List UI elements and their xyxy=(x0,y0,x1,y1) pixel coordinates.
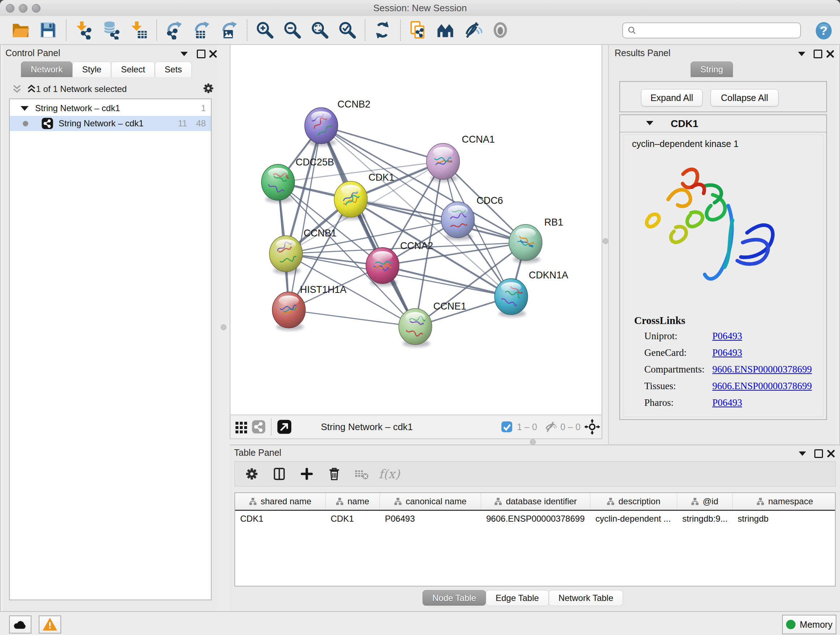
expand-all-button[interactable]: Expand All xyxy=(641,89,703,106)
hidden-elements-button[interactable] xyxy=(545,415,557,439)
tab-network[interactable]: Network xyxy=(21,62,73,77)
network-selection-status: 1 of 1 Network selected xyxy=(4,84,159,94)
network-edge[interactable] xyxy=(321,126,443,162)
crosslink-link[interactable]: 9606.ENSP00000378699 xyxy=(712,380,812,392)
warnings-button[interactable] xyxy=(39,616,61,633)
grid-view-button[interactable] xyxy=(235,415,248,439)
table-panel-close-button[interactable] xyxy=(826,448,836,459)
help-button[interactable]: ? xyxy=(815,22,833,40)
import-table-button[interactable] xyxy=(127,19,150,41)
table-cell[interactable]: cyclin-dependent ... xyxy=(591,511,677,527)
tab-edge-table[interactable]: Edge Table xyxy=(486,590,549,606)
network-node-CCNB1[interactable]: CCNB1 xyxy=(270,228,337,274)
add-column-button[interactable] xyxy=(296,464,317,483)
control-panel-close-button[interactable] xyxy=(208,49,218,59)
close-window-button[interactable] xyxy=(6,4,14,13)
memory-button[interactable]: Memory xyxy=(782,615,836,634)
left-splitter-handle[interactable] xyxy=(221,325,226,330)
collapse-all-button[interactable]: Collapse All xyxy=(711,89,778,106)
export-table-button[interactable] xyxy=(190,19,213,41)
import-network-button[interactable] xyxy=(73,19,95,41)
results-panel-menu-button[interactable] xyxy=(796,49,807,59)
tab-node-table[interactable]: Node Table xyxy=(423,590,486,606)
network-node-CCNE1[interactable]: CCNE1 xyxy=(399,301,466,347)
minimize-window-button[interactable] xyxy=(19,4,27,13)
network-node-CCNB2[interactable]: CCNB2 xyxy=(305,99,370,146)
network-row-selected[interactable]: String Network – cdk1 11 48 xyxy=(10,116,211,131)
table-cell[interactable]: 9606.ENSP00000378699 xyxy=(481,511,591,527)
zoom-in-button[interactable] xyxy=(253,19,276,41)
table-panel-menu-button[interactable] xyxy=(797,448,808,459)
column-header-database-identifier[interactable]: database identifier xyxy=(481,493,591,510)
import-database-button[interactable] xyxy=(100,19,122,41)
hide-graphics-details-button[interactable] xyxy=(462,19,484,41)
tab-style[interactable]: Style xyxy=(73,62,111,77)
tab-select[interactable]: Select xyxy=(111,62,155,77)
column-header-shared-name[interactable]: shared name xyxy=(235,493,325,510)
crosslink-link[interactable]: P06493 xyxy=(712,347,742,358)
table-cell[interactable]: P06493 xyxy=(380,511,481,527)
horizontal-splitter-handle[interactable] xyxy=(530,439,536,445)
crosslink-link[interactable]: P06493 xyxy=(712,397,742,409)
table-options-gear-button[interactable] xyxy=(241,464,262,483)
zoom-fit-button[interactable] xyxy=(308,19,331,41)
save-button[interactable] xyxy=(37,19,59,41)
network-view-mode-button[interactable] xyxy=(251,415,266,439)
show-graphics-details-button[interactable] xyxy=(489,19,512,41)
cloud-status-button[interactable] xyxy=(9,616,32,633)
table-cell[interactable]: CDK1 xyxy=(325,511,380,527)
tab-sets[interactable]: Sets xyxy=(155,62,192,77)
control-panel-menu-button[interactable] xyxy=(179,49,189,59)
network-node-HIST1H1A[interactable]: HIST1H1A xyxy=(272,284,347,331)
network-edge[interactable] xyxy=(382,266,511,297)
right-splitter-handle[interactable] xyxy=(603,238,608,244)
control-panel: Control Panel Network Style Select Sets … xyxy=(4,45,217,611)
table-cell[interactable]: CDK1 xyxy=(235,511,325,527)
save-icon xyxy=(39,21,57,40)
apply-layout-button[interactable] xyxy=(371,19,393,41)
network-options-gear-button[interactable] xyxy=(202,82,215,95)
column-header-namespace[interactable]: namespace xyxy=(733,493,836,510)
crosslink-link[interactable]: 9606.ENSP00000378699 xyxy=(712,364,812,375)
delete-column-button[interactable] xyxy=(324,464,345,483)
pan-mode-button[interactable] xyxy=(584,415,600,439)
table-cell[interactable]: stringdb xyxy=(733,511,836,527)
zoom-fit-icon xyxy=(310,21,329,40)
table-row[interactable]: CDK1CDK1P064939606.ENSP00000378699cyclin… xyxy=(235,511,835,527)
crosslink-link[interactable]: P06493 xyxy=(712,331,742,342)
export-network-button[interactable] xyxy=(163,19,185,41)
export-image-button[interactable] xyxy=(218,19,240,41)
table-cell[interactable]: stringdb:9... xyxy=(677,511,733,527)
export-table-icon xyxy=(192,21,211,40)
tab-string[interactable]: String xyxy=(691,62,733,77)
results-panel-float-button[interactable] xyxy=(813,49,823,59)
selected-nodes-checkbox[interactable] xyxy=(501,415,513,439)
network-node-CDKN1A[interactable]: CDKN1A xyxy=(494,270,568,317)
open-file-button[interactable] xyxy=(9,19,32,41)
column-header-description[interactable]: description xyxy=(591,493,677,510)
collection-disclosure-icon[interactable] xyxy=(21,106,28,111)
table-panel-float-button[interactable] xyxy=(813,448,824,459)
results-panel-close-button[interactable] xyxy=(825,49,836,59)
network-node-CCNA1[interactable]: CCNA1 xyxy=(426,134,495,182)
column-header-canonical-name[interactable]: canonical name xyxy=(380,493,481,510)
network-edge[interactable] xyxy=(289,310,415,326)
gene-header[interactable]: CDK1 xyxy=(620,115,826,133)
control-panel-float-button[interactable] xyxy=(196,49,207,59)
zoom-out-button[interactable] xyxy=(281,19,303,41)
show-columns-button[interactable] xyxy=(269,464,290,483)
zoom-selected-button[interactable] xyxy=(336,19,358,41)
birdseye-view-button[interactable] xyxy=(434,19,456,41)
tab-network-table[interactable]: Network Table xyxy=(549,590,623,606)
column-header--id[interactable]: @id xyxy=(677,493,733,510)
duplicate-network-button[interactable] xyxy=(407,19,429,41)
search-input[interactable] xyxy=(637,25,790,36)
column-header-name[interactable]: name xyxy=(325,493,380,510)
network-node-CDC6[interactable]: CDC6 xyxy=(441,195,503,241)
zoom-window-button[interactable] xyxy=(32,4,41,13)
network-node-RB1[interactable]: RB1 xyxy=(509,217,563,263)
gene-disclosure-icon[interactable] xyxy=(646,121,653,125)
network-canvas[interactable]: CCNB2CCNA1CDC25BCDK1CDC6RB1CCNB1CCNA2CDK… xyxy=(230,45,602,415)
network-collection-row[interactable]: String Network – cdk1 1 xyxy=(10,101,211,116)
detach-view-button[interactable] xyxy=(277,415,292,439)
